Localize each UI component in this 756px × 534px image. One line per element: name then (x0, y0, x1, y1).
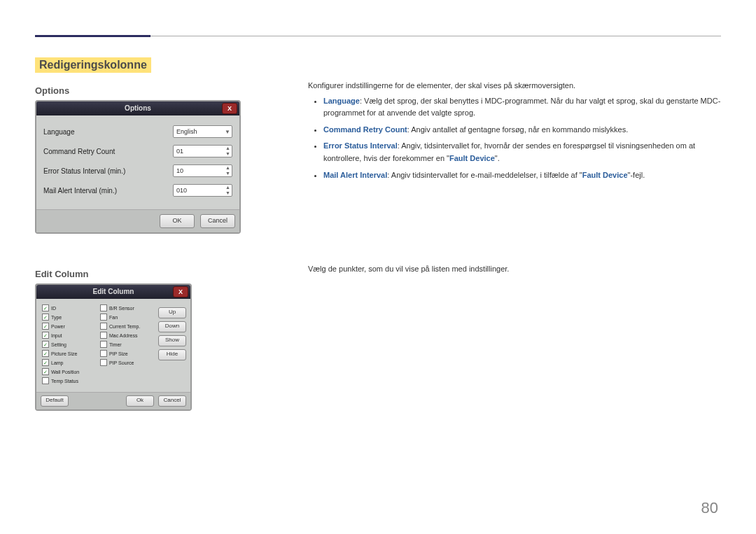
retry-value: 01 (176, 148, 183, 155)
error-interval-stepper[interactable]: 10 ▲▼ (173, 164, 232, 177)
language-value: English (176, 128, 197, 135)
bullet-retry-text: : Angiv antallet af gentagne forsøg, når… (407, 125, 629, 134)
list-item-label: Fan (109, 315, 118, 320)
list-item[interactable]: Timer (100, 341, 155, 348)
list-item[interactable]: ✓Power (42, 323, 97, 330)
options-dialog-body: Language English ▼ Command Retry Count 0… (36, 115, 239, 209)
bullet-mail-term: Mail Alert Interval (323, 171, 387, 179)
mail-interval-stepper[interactable]: 010 ▲▼ (173, 184, 232, 197)
list-item[interactable]: PIP Size (100, 350, 155, 357)
options-block: Options Options X Language English ▼ (35, 78, 721, 234)
bullet-error-interval: Error Status Interval: Angiv, tidsinterv… (323, 140, 721, 164)
page-number: 80 (701, 499, 718, 517)
default-button[interactable]: Default (41, 395, 69, 407)
list-item[interactable]: B/R Sensor (100, 304, 155, 311)
checkbox-icon[interactable] (100, 359, 107, 366)
list-item[interactable]: Temp Status (42, 377, 97, 384)
checkbox-icon[interactable]: ✓ (42, 368, 49, 375)
list-item-label: Lamp (51, 360, 64, 365)
cancel-button[interactable]: Cancel (200, 214, 235, 228)
list-item-label: B/R Sensor (109, 306, 134, 311)
bullet-retry-term: Command Retry Count (323, 125, 407, 134)
checkbox-icon[interactable]: ✓ (42, 323, 49, 330)
checkbox-icon[interactable] (100, 314, 107, 321)
list-item[interactable]: ✓ID (42, 304, 97, 311)
checkbox-icon[interactable]: ✓ (42, 304, 49, 311)
list-item[interactable]: PIP Source (100, 359, 155, 366)
ok-button[interactable]: Ok (126, 395, 154, 407)
edit-column-dialog: Edit Column X ✓ID✓Type✓Power✓Input✓Setti… (35, 283, 192, 411)
list-item-label: Power (51, 324, 65, 329)
list-item[interactable]: ✓Setting (42, 341, 97, 348)
document-page: Redigeringskolonne Options Options X Lan… (0, 0, 756, 534)
list-item[interactable]: Fan (100, 314, 155, 321)
down-button[interactable]: Down (158, 321, 186, 332)
list-item-label: PIP Source (109, 360, 134, 365)
retry-label: Command Retry Count (43, 148, 173, 155)
options-dialog-footer: OK Cancel (36, 209, 239, 232)
bullet-error-text-b: ". (495, 154, 500, 162)
edit-column-dialog-title: Edit Column X (36, 285, 190, 299)
checkbox-icon[interactable] (100, 332, 107, 339)
spinner-icon: ▲▼ (225, 146, 230, 157)
edit-column-footer: Default Ok Cancel (36, 392, 190, 409)
list-item-label: Wall Position (51, 370, 79, 374)
options-dialog-title: Options X (36, 101, 239, 115)
list-item[interactable]: ✓Input (42, 332, 97, 339)
error-value: 10 (176, 167, 183, 174)
checkbox-icon[interactable]: ✓ (42, 332, 49, 339)
error-interval-label: Error Status Interval (min.) (43, 167, 173, 175)
edit-column-description: Vælg de punkter, som du vil vise på list… (308, 262, 721, 411)
list-item[interactable]: Mac Address (100, 332, 155, 339)
bullet-language: Language: Vælg det sprog, der skal benyt… (323, 95, 721, 120)
close-icon[interactable]: X (222, 103, 237, 114)
list-item-label: Setting (51, 342, 66, 347)
list-item[interactable]: ✓Picture Size (42, 350, 97, 357)
edit-column-desc-text: Vælg de punkter, som du vil vise på list… (308, 263, 721, 276)
hide-button[interactable]: Hide (158, 349, 186, 360)
edit-column-body: ✓ID✓Type✓Power✓Input✓Setting✓Picture Siz… (36, 299, 190, 392)
checkbox-icon[interactable]: ✓ (42, 314, 49, 321)
list-item-label: Type (51, 315, 62, 320)
checkbox-icon[interactable] (42, 377, 49, 384)
list-item-label: Input (51, 333, 62, 338)
options-bullets: Language: Vælg det sprog, der skal benyt… (308, 95, 721, 182)
checkbox-icon[interactable]: ✓ (42, 359, 49, 366)
bullet-mail-fault: Fault Device (582, 171, 628, 179)
checkbox-icon[interactable] (100, 341, 107, 348)
close-icon[interactable]: X (173, 286, 188, 297)
show-button[interactable]: Show (158, 335, 186, 346)
list-item-label: Timer (109, 342, 122, 347)
list-item[interactable]: ✓Wall Position (42, 368, 97, 375)
bullet-error-fault: Fault Device (449, 154, 495, 162)
language-select[interactable]: English ▼ (173, 125, 232, 138)
spinner-icon: ▲▼ (225, 165, 230, 176)
ok-button[interactable]: OK (160, 214, 195, 228)
edit-column-heading: Edit Column (35, 269, 280, 279)
chevron-down-icon: ▼ (225, 127, 230, 138)
checkbox-icon[interactable]: ✓ (42, 341, 49, 348)
list-item[interactable]: ✓Lamp (42, 359, 97, 366)
options-description: Konfigurer indstillingerne for de elemen… (308, 78, 721, 234)
spinner-icon: ▲▼ (225, 185, 230, 196)
checkbox-icon[interactable] (100, 323, 107, 330)
options-dialog: Options X Language English ▼ Command Ret… (35, 100, 241, 234)
cancel-button[interactable]: Cancel (158, 395, 186, 407)
bullet-language-text: : Vælg det sprog, der skal benyttes i MD… (323, 97, 720, 118)
bullet-mail-text-b: "-fejl. (628, 171, 645, 179)
header-rule (35, 35, 721, 38)
list-item[interactable]: ✓Type (42, 314, 97, 321)
mail-value: 010 (176, 187, 187, 194)
checkbox-icon[interactable]: ✓ (42, 350, 49, 357)
section-title: Redigeringskolonne (35, 57, 151, 73)
list-item-label: Temp Status (51, 379, 78, 384)
list-item-label: Mac Address (109, 333, 137, 338)
list-item-label: Picture Size (51, 351, 77, 356)
retry-stepper[interactable]: 01 ▲▼ (173, 145, 232, 157)
checkbox-icon[interactable] (100, 350, 107, 357)
mail-interval-label: Mail Alert Interval (min.) (43, 187, 173, 195)
up-button[interactable]: Up (158, 307, 186, 318)
checkbox-icon[interactable] (100, 304, 107, 311)
list-item[interactable]: Current Temp. (100, 323, 155, 330)
edit-column-left-list: ✓ID✓Type✓Power✓Input✓Setting✓Picture Siz… (42, 304, 97, 386)
